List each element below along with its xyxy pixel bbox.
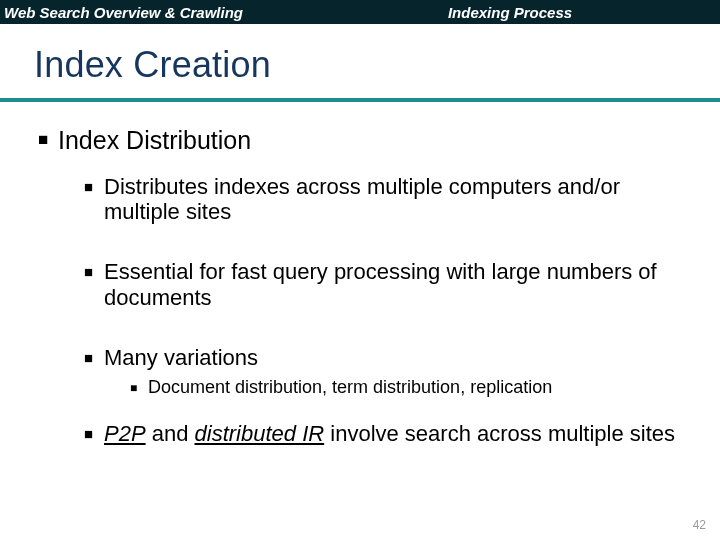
bullet-level1: ■ Index Distribution	[38, 126, 686, 156]
breadcrumb-text: Web Search Overview & Crawling	[4, 4, 243, 21]
top-header-bar: Web Search Overview & Crawling Indexing …	[0, 0, 720, 24]
term-distributed-ir: distributed IR	[195, 421, 325, 446]
text-and: and	[146, 421, 195, 446]
square-bullet-icon: ■	[130, 377, 148, 398]
bullet-text: Distributes indexes across multiple comp…	[104, 174, 686, 226]
bullet-level2: ■ Distributes indexes across multiple co…	[84, 174, 686, 226]
slide: Web Search Overview & Crawling Indexing …	[0, 0, 720, 540]
term-p2p: P2P	[104, 421, 146, 446]
page-title: Index Creation	[34, 44, 692, 86]
bullet-text: Essential for fast query processing with…	[104, 259, 686, 311]
bullet-level2: ■ Many variations	[84, 345, 686, 371]
bullet-text: P2P and distributed IR involve search ac…	[104, 421, 675, 447]
bullet-level2: ■ P2P and distributed IR involve search …	[84, 421, 686, 447]
page-number: 42	[693, 518, 706, 532]
bullet-level2: ■ Essential for fast query processing wi…	[84, 259, 686, 311]
square-bullet-icon: ■	[38, 126, 58, 156]
section-text: Indexing Process	[448, 4, 572, 21]
square-bullet-icon: ■	[84, 345, 104, 371]
breadcrumb-right: Indexing Process	[300, 0, 720, 24]
bullet-text: Index Distribution	[58, 126, 251, 156]
bullet-text: Many variations	[104, 345, 258, 371]
bullet-level3: ■ Document distribution, term distributi…	[130, 377, 686, 398]
breadcrumb-left: Web Search Overview & Crawling	[0, 0, 300, 24]
square-bullet-icon: ■	[84, 259, 104, 311]
content-area: ■ Index Distribution ■ Distributes index…	[0, 102, 720, 446]
text-rest: involve search across multiple sites	[324, 421, 675, 446]
title-area: Index Creation	[0, 24, 720, 92]
bullet-text: Document distribution, term distribution…	[148, 377, 552, 398]
square-bullet-icon: ■	[84, 421, 104, 447]
square-bullet-icon: ■	[84, 174, 104, 226]
